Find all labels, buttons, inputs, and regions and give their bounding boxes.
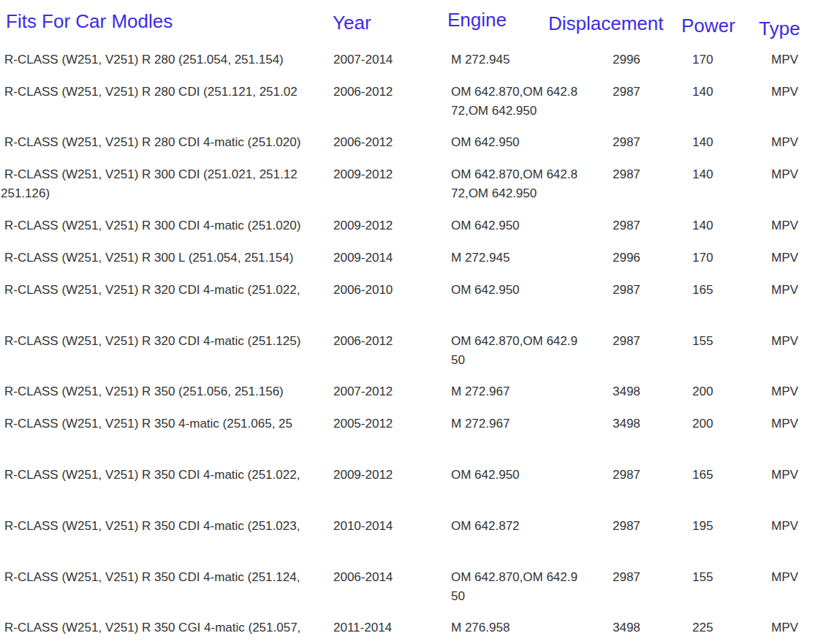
column-header-displacement: Displacement [548,12,664,34]
cell-year: 2010-2014 [333,517,451,536]
table-row: R-CLASS (W251, V251) R 350 CGI 4-matic (… [0,618,821,644]
cell-year: 2006-2010 [333,281,451,300]
cell-type: MPV [771,50,821,69]
cell-power: 140 [692,216,771,235]
table-row: R-CLASS (W251, V251) R 350 CDI 4-matic (… [0,568,821,618]
cell-model: R-CLASS (W251, V251) R 280 (251.054, 251… [1,50,333,69]
cell-power: 140 [692,133,771,152]
cell-year: 2006-2014 [333,568,451,587]
table-body: R-CLASS (W251, V251) R 280 (251.054, 251… [0,50,821,644]
cell-engine: M 272.945 [451,249,597,268]
table-row: R-CLASS (W251, V251) R 350 CDI 4-matic (… [0,517,821,568]
column-header-power: Power [681,15,735,37]
cell-model: R-CLASS (W251, V251) R 350 CGI 4-matic (… [1,618,333,637]
cell-model: R-CLASS (W251, V251) R 320 CDI 4-matic (… [1,332,333,351]
table-row: R-CLASS (W251, V251) R 300 L (251.054, 2… [0,249,821,281]
cell-power: 225 [692,618,771,637]
table-row: R-CLASS (W251, V251) R 350 4-matic (251.… [0,414,821,466]
cell-type: MPV [771,249,821,268]
cell-engine: M 272.967 [451,414,597,433]
cell-displacement: 2996 [613,249,692,268]
cell-displacement: 2987 [613,517,692,536]
cell-displacement: 2987 [613,281,692,300]
cell-displacement: 3498 [613,618,692,637]
cell-displacement: 2987 [613,568,692,587]
cell-displacement: 2987 [613,133,692,152]
cell-model: R-CLASS (W251, V251) R 350 CDI 4-matic (… [1,568,333,587]
cell-displacement: 2996 [613,50,692,69]
table-row: R-CLASS (W251, V251) R 280 CDI 4-matic (… [0,133,821,165]
cell-power: 140 [692,165,771,184]
table-row: R-CLASS (W251, V251) R 300 CDI (251.021,… [0,165,821,216]
cell-engine: M 276.958 [451,618,597,637]
cell-engine: OM 642.870,OM 642.8 72,OM 642.950 [451,83,597,121]
cell-engine: OM 642.870,OM 642.8 72,OM 642.950 [451,165,597,203]
cell-displacement: 2987 [613,466,692,485]
cell-displacement: 2987 [613,332,692,351]
cell-engine: OM 642.950 [451,281,597,300]
cell-type: MPV [771,382,821,401]
cell-displacement: 2987 [613,165,692,184]
column-header-model: Fits For Car Modles [6,10,173,32]
cell-type: MPV [771,281,821,300]
cell-model: R-CLASS (W251, V251) R 320 CDI 4-matic (… [1,281,333,300]
cell-model: R-CLASS (W251, V251) R 350 4-matic (251.… [1,414,333,433]
cell-model: R-CLASS (W251, V251) R 350 CDI 4-matic (… [1,466,333,485]
table-header-row: Fits For Car ModlesYearEngineDisplacemen… [0,0,821,50]
cell-power: 155 [692,568,771,587]
cell-engine: OM 642.872 [451,517,597,536]
cell-model: R-CLASS (W251, V251) R 300 CDI (251.021,… [1,165,333,203]
table-row: R-CLASS (W251, V251) R 320 CDI 4-matic (… [0,332,821,382]
cell-model: R-CLASS (W251, V251) R 350 (251.056, 251… [1,382,333,401]
cell-type: MPV [771,618,821,637]
cell-type: MPV [771,517,821,536]
cell-power: 200 [692,382,771,401]
cell-year: 2009-2014 [333,249,451,268]
cell-engine: OM 642.950 [451,216,597,235]
cell-type: MPV [771,133,821,152]
cell-year: 2006-2012 [333,83,451,102]
table-row: R-CLASS (W251, V251) R 280 CDI (251.121,… [0,83,821,133]
cell-year: 2006-2012 [333,332,451,351]
cell-year: 2007-2014 [333,50,451,69]
cell-power: 155 [692,332,771,351]
cell-power: 170 [692,249,771,268]
car-fitment-table: Fits For Car ModlesYearEngineDisplacemen… [0,0,821,644]
cell-power: 140 [692,83,771,102]
column-header-year: Year [333,12,371,34]
cell-displacement: 3498 [613,414,692,433]
cell-power: 200 [692,414,771,433]
cell-model: R-CLASS (W251, V251) R 350 CDI 4-matic (… [1,517,333,536]
cell-engine: M 272.967 [451,382,597,401]
cell-year: 2009-2012 [333,165,451,184]
cell-type: MPV [771,414,821,433]
cell-type: MPV [771,332,821,351]
cell-engine: OM 642.870,OM 642.9 50 [451,568,597,606]
cell-type: MPV [771,466,821,485]
cell-model: R-CLASS (W251, V251) R 300 L (251.054, 2… [1,249,333,268]
cell-engine: M 272.945 [451,50,597,69]
table-row: R-CLASS (W251, V251) R 300 CDI 4-matic (… [0,216,821,249]
cell-type: MPV [771,165,821,184]
cell-type: MPV [771,568,821,587]
column-header-engine: Engine [447,9,507,31]
cell-year: 2007-2012 [333,382,451,401]
column-header-type: Type [759,18,800,39]
cell-displacement: 2987 [613,83,692,102]
cell-model: R-CLASS (W251, V251) R 280 CDI 4-matic (… [1,133,333,152]
cell-displacement: 2987 [613,216,692,235]
cell-year: 2006-2012 [333,133,451,152]
cell-year: 2009-2012 [333,466,451,485]
cell-model: R-CLASS (W251, V251) R 300 CDI 4-matic (… [1,216,333,235]
cell-power: 170 [692,50,771,69]
cell-year: 2011-2014 [333,618,451,637]
table-row: R-CLASS (W251, V251) R 350 (251.056, 251… [0,382,821,414]
cell-power: 165 [692,281,771,300]
table-row: R-CLASS (W251, V251) R 280 (251.054, 251… [0,50,821,83]
cell-engine: OM 642.950 [451,466,597,485]
cell-model: R-CLASS (W251, V251) R 280 CDI (251.121,… [1,83,333,102]
cell-year: 2009-2012 [333,216,451,235]
table-row: R-CLASS (W251, V251) R 320 CDI 4-matic (… [0,281,821,332]
cell-year: 2005-2012 [333,414,451,433]
table-row: R-CLASS (W251, V251) R 350 CDI 4-matic (… [0,466,821,517]
